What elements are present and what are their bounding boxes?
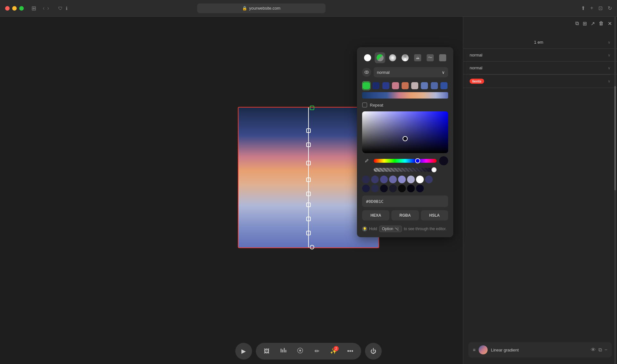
swatch-4[interactable] [389,176,397,183]
url-bar[interactable]: 🔒 yourwebsite.com [197,4,326,13]
color-stop-8[interactable] [440,81,448,90]
color-stop-5[interactable] [411,81,419,90]
fill-radial-btn[interactable] [387,52,398,63]
blend-mode-dropdown[interactable]: normal ∨ [374,67,448,77]
magic-button[interactable]: ✨ 2 [328,345,339,357]
gradient-handle-8[interactable] [306,231,311,235]
forward-button[interactable]: › [47,5,49,12]
fill-solid-btn[interactable] [362,52,373,63]
hue-slider[interactable] [374,159,437,163]
color-stop-3[interactable] [391,81,400,90]
duplicate-icon[interactable]: ⊞ [583,21,587,27]
elements-chevron[interactable]: ∨ [608,79,611,83]
gradient-handle-2[interactable] [306,143,311,147]
minimize-button[interactable] [12,6,17,11]
power-button[interactable]: ⏻ [365,343,382,360]
gradient-bar[interactable] [362,92,448,99]
more-button[interactable]: ••• [344,345,356,357]
gradient-handle-1[interactable] [306,128,311,133]
gradient-handle-3[interactable] [306,161,311,165]
normal2-chevron[interactable]: ∨ [608,66,611,70]
gradient-active-handle-top[interactable] [310,106,314,110]
hint-key: Option ⌥ [379,226,402,232]
color-picker-area[interactable] [362,111,448,153]
fill-gradient-btn[interactable] [375,52,385,63]
timeline-button[interactable] [278,345,289,357]
swatch-3[interactable] [380,176,388,183]
color-stop-2[interactable] [381,81,390,90]
em-chevron[interactable]: ∨ [608,40,611,45]
eyedropper-icon[interactable] [362,156,371,165]
hint-prefix: Hold [369,227,377,231]
gradient-handle-4[interactable] [306,178,311,182]
swatch-9[interactable] [362,185,370,192]
normal1-chevron[interactable]: ∨ [608,53,611,57]
swatch-2[interactable] [371,176,379,183]
swatch-11[interactable] [380,185,388,192]
delete-icon[interactable]: 🗑 [599,21,604,27]
color-stop-7[interactable] [430,81,439,90]
fill-noise-btn[interactable] [438,52,448,63]
fill-image-btn[interactable]: ⛰ [413,52,423,63]
more-icon: ••• [347,348,353,355]
color-button[interactable] [294,345,306,357]
tab-grid-icon[interactable]: ⊡ [598,5,603,11]
color-icon [297,347,304,356]
swatch-10[interactable] [371,185,379,192]
sidebar-toggle-icon[interactable]: ⊞ [31,5,36,12]
swatch-6[interactable] [407,176,415,183]
copy-icon[interactable]: ⧉ [575,21,579,27]
hue-handle[interactable] [415,158,420,163]
svg-point-7 [299,350,301,351]
pen-button[interactable]: ✏ [311,345,323,357]
gradient-handle-7[interactable] [306,217,311,221]
hsla-btn[interactable]: HSLA [421,210,448,221]
refresh-icon[interactable]: ↻ [608,5,612,11]
swatch-14[interactable] [407,185,415,192]
color-picker-cursor[interactable] [403,136,408,141]
scroll-thumb[interactable] [614,86,616,190]
swatch-5[interactable] [398,176,406,183]
main-toolbar-pill: 🖼 [256,343,361,360]
add-tab-icon[interactable]: + [590,5,593,11]
swatch-12[interactable] [389,185,397,192]
right-panel: ⧉ ⊞ ↗ 🗑 ✕ 1 em ∨ normal ∨ normal ∨ lient… [463,17,617,364]
color-stop-1[interactable] [372,81,380,90]
em-value: 1 em [534,40,543,45]
images-button[interactable]: 🖼 [261,345,273,357]
url-text: yourwebsite.com [249,6,281,11]
hex-input[interactable] [362,195,448,207]
color-stops-row [362,81,448,90]
play-button[interactable]: ▶ [235,343,252,360]
share-icon[interactable]: ⬆ [581,5,585,11]
back-button[interactable]: ‹ [43,5,45,12]
swatch-1[interactable] [362,176,370,183]
maximize-button[interactable] [19,6,24,11]
opacity-slider[interactable] [374,168,437,172]
gradient-handle-6[interactable] [306,203,311,207]
close-panel-icon[interactable]: ✕ [608,21,612,27]
fill-cone-btn[interactable] [400,52,410,63]
repeat-checkbox[interactable] [362,102,367,108]
gradient-handle-5[interactable] [306,192,311,196]
normal2-value: normal [470,65,482,70]
swatch-13[interactable] [398,185,406,192]
hexa-btn[interactable]: HEXA [362,210,389,221]
fill-wave-btn[interactable]: 〜 [425,52,436,63]
color-stop-6[interactable] [420,81,429,90]
color-preview [439,156,448,165]
swatch-8[interactable] [425,176,433,183]
swatch-7[interactable] [416,176,424,183]
export-icon[interactable]: ↗ [591,21,595,27]
rgba-btn[interactable]: RGBA [391,210,419,221]
close-button[interactable] [5,6,10,11]
color-stop-0[interactable] [362,81,370,90]
blend-mode-row: normal ∨ [362,67,448,77]
bottom-toolbar: ▶ 🖼 [0,338,617,364]
opacity-handle[interactable] [431,167,437,172]
elements-badge: lients [470,79,484,84]
color-stop-4[interactable] [401,81,409,90]
gradient-handle-bottom[interactable] [310,245,314,249]
browser-chrome: ⊞ ‹ › 🛡 ℹ 🔒 yourwebsite.com ⬆ + ⊡ ↻ [0,0,617,17]
swatch-15[interactable] [416,185,424,192]
